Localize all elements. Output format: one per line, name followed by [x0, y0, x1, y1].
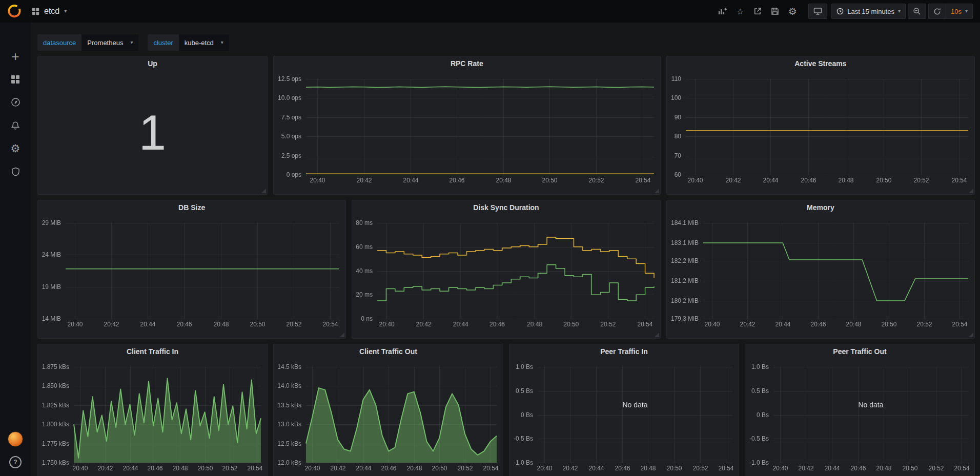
caret-down-icon: ▾: [130, 40, 133, 45]
star-button[interactable]: ☆: [731, 4, 749, 19]
refresh-button[interactable]: [928, 4, 946, 19]
grafana-logo-icon: [6, 3, 23, 19]
panel-db-size: DB Size: [37, 200, 346, 339]
panel-memory: Memory: [666, 200, 975, 339]
datasource-value: Prometheus: [87, 39, 123, 47]
panel-title[interactable]: Up: [38, 56, 267, 71]
sidebar-item-help[interactable]: ?: [0, 450, 31, 473]
panel-resize-handle[interactable]: [261, 189, 266, 193]
refresh-interval-button[interactable]: 10s ▾: [946, 4, 973, 19]
dashboard-area: datasource Prometheus ▾ cluster kube-etc…: [31, 23, 980, 476]
template-variables: datasource Prometheus ▾ cluster kube-etc…: [37, 34, 975, 51]
add-panel-button[interactable]: [714, 4, 731, 19]
panel-title[interactable]: Client Traffic In: [38, 344, 267, 359]
cluster-dropdown[interactable]: kube-etcd ▾: [179, 34, 229, 51]
caret-down-icon: ▾: [64, 9, 67, 14]
panel-active-streams: Active Streams: [666, 56, 975, 195]
dashboards-icon: [11, 75, 20, 84]
rpc-rate-chart[interactable]: [274, 71, 660, 194]
dashboard-settings-button[interactable]: ⚙: [784, 4, 801, 19]
time-range-label: Last 15 minutes: [847, 8, 894, 15]
panel-disk-sync-duration: Disk Sync Duration: [352, 200, 660, 339]
panel-client-traffic-in: Client Traffic In: [37, 344, 268, 476]
refresh-interval-label: 10s: [951, 8, 962, 15]
panel-resize-handle[interactable]: [655, 189, 659, 193]
panel-rpc-rate: RPC Rate: [273, 56, 661, 195]
plus-icon: +: [11, 50, 19, 63]
monitor-icon: [813, 7, 822, 15]
panel-title[interactable]: Disk Sync Duration: [352, 200, 660, 215]
panel-title[interactable]: DB Size: [38, 200, 345, 215]
caret-down-icon: ▾: [898, 9, 901, 14]
panel-client-traffic-out: Client Traffic Out: [273, 344, 503, 476]
sidebar-item-explore[interactable]: [0, 91, 31, 114]
peer-traffic-in-chart[interactable]: [509, 359, 739, 476]
clock-icon: [836, 8, 844, 15]
star-icon: ☆: [737, 7, 744, 16]
gear-icon: ⚙: [11, 143, 21, 154]
panel-title[interactable]: Client Traffic Out: [274, 344, 503, 359]
datasource-dropdown[interactable]: Prometheus ▾: [81, 34, 138, 51]
sidebar-item-alerting[interactable]: [0, 114, 31, 137]
save-button[interactable]: [766, 4, 784, 19]
sidebar-item-configuration[interactable]: ⚙: [0, 137, 31, 160]
client-traffic-in-chart[interactable]: [38, 359, 267, 476]
caret-down-icon: ▾: [965, 9, 968, 14]
cycle-view-button[interactable]: [808, 4, 827, 19]
memory-chart[interactable]: [667, 215, 974, 338]
compass-icon: [11, 97, 21, 107]
dashboard-title: etcd: [44, 7, 59, 16]
panel-title[interactable]: Active Streams: [667, 56, 974, 71]
panel-title[interactable]: Memory: [667, 200, 974, 215]
panel-title[interactable]: RPC Rate: [274, 56, 660, 71]
stat-value: 1: [139, 105, 166, 161]
save-icon: [771, 7, 779, 15]
apps-grid-icon: [32, 8, 39, 15]
panel-resize-handle[interactable]: [969, 189, 973, 193]
panel-resize-handle[interactable]: [655, 333, 659, 337]
disk-sync-duration-chart[interactable]: [352, 215, 660, 338]
sidebar-item-server-admin[interactable]: [0, 160, 31, 183]
sidebar-item-create[interactable]: +: [0, 45, 31, 68]
sidebar-item-profile[interactable]: [0, 427, 31, 450]
dashboard-picker[interactable]: etcd ▾: [29, 5, 70, 18]
caret-down-icon: ▾: [221, 40, 223, 45]
cluster-value: kube-etcd: [185, 39, 214, 47]
refresh-icon: [933, 8, 941, 15]
sidebar-item-dashboards[interactable]: [0, 68, 31, 91]
client-traffic-out-chart[interactable]: [274, 359, 503, 476]
panel-peer-traffic-out: Peer Traffic Out: [745, 344, 975, 476]
variable-label: datasource: [37, 34, 81, 51]
grafana-logo[interactable]: [5, 2, 24, 20]
variable-label: cluster: [148, 34, 178, 51]
panel-title[interactable]: Peer Traffic Out: [745, 344, 974, 359]
variable-cluster: cluster kube-etcd ▾: [148, 34, 229, 51]
panel-resize-handle[interactable]: [340, 333, 344, 337]
share-icon: [753, 7, 762, 15]
user-avatar: [8, 431, 23, 447]
gear-icon: ⚙: [788, 7, 797, 16]
zoom-out-button[interactable]: [908, 4, 926, 19]
time-range-button[interactable]: Last 15 minutes ▾: [831, 4, 906, 19]
magnifier-minus-icon: [913, 7, 921, 15]
variable-datasource: datasource Prometheus ▾: [37, 34, 138, 51]
sidebar: + ⚙ ?: [0, 23, 31, 476]
panel-grid: Up 1 RPC Rate Active Streams DB Size Dis…: [37, 56, 975, 476]
panel-title[interactable]: Peer Traffic In: [509, 344, 739, 359]
panel-resize-handle[interactable]: [969, 333, 973, 337]
bell-icon: [11, 121, 20, 130]
db-size-chart[interactable]: [38, 215, 345, 338]
panel-up: Up 1: [37, 56, 268, 195]
active-streams-chart[interactable]: [667, 71, 974, 194]
share-button[interactable]: [749, 4, 766, 19]
topbar: etcd ▾ ☆ ⚙: [0, 0, 980, 23]
shield-icon: [11, 167, 20, 176]
help-icon: ?: [9, 456, 22, 468]
peer-traffic-out-chart[interactable]: [745, 359, 974, 476]
panel-peer-traffic-in: Peer Traffic In: [509, 344, 739, 476]
bar-chart-plus-icon: [718, 7, 727, 15]
